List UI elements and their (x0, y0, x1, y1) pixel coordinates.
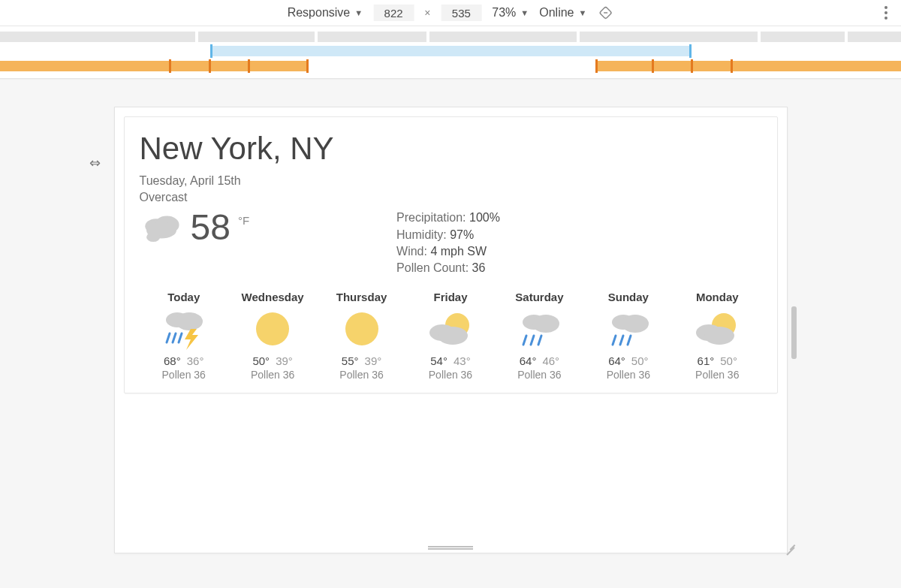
device-stage: ⇔ New York, NY Tuesday, April 15th Overc… (0, 79, 901, 588)
breakpoint-ruler[interactable] (0, 26, 901, 79)
day-temps: 55°39° (320, 354, 402, 367)
svg-marker-11 (185, 329, 198, 350)
viewport-height-input[interactable] (441, 5, 481, 21)
ruler-row-blue (0, 46, 901, 56)
hi-temp: 64° (520, 354, 537, 367)
network-value: Online (539, 6, 574, 20)
rotate-icon[interactable] (597, 5, 613, 21)
svg-line-24 (613, 336, 616, 345)
svg-line-19 (523, 336, 526, 345)
partly-icon (676, 308, 758, 350)
forecast-day[interactable]: Thursday 55°39°Pollen 36 (317, 291, 405, 381)
forecast-day[interactable]: Friday 54°43°Pollen 36 (406, 291, 495, 381)
svg-point-5 (146, 233, 160, 243)
lo-temp: 50° (720, 354, 737, 367)
emulated-viewport[interactable]: ⇔ New York, NY Tuesday, April 15th Overc… (114, 107, 788, 553)
svg-line-20 (531, 336, 534, 345)
cloud-icon (140, 210, 183, 249)
svg-line-21 (538, 336, 541, 345)
svg-point-23 (622, 315, 649, 333)
resize-handle-left-icon[interactable]: ⇔ (89, 155, 101, 171)
weather-stats: Precipitation: 100% Humidity: 97% Wind: … (396, 210, 500, 277)
hi-temp: 55° (342, 354, 359, 367)
svg-line-10 (179, 333, 182, 342)
lo-temp: 50° (631, 354, 649, 367)
svg-line-8 (167, 333, 170, 342)
svg-point-7 (176, 312, 203, 330)
storm-icon (143, 308, 225, 350)
day-temps: 64°50° (587, 354, 670, 367)
device-label: Responsive (288, 6, 351, 20)
current-conditions: 58 °F Precipitation: 100% Humidity: 97% … (140, 210, 762, 277)
day-pollen: Pollen 36 (409, 369, 492, 381)
devtools-toolbar: Responsive ▼ × 73% ▼ Online ▼ (0, 0, 901, 26)
day-name: Monday (676, 291, 758, 303)
day-pollen: Pollen 36 (498, 369, 580, 381)
hi-temp: 61° (698, 354, 715, 367)
partly-icon (409, 308, 492, 350)
hi-temp: 50° (252, 354, 270, 367)
wind-value: 4 mph SW (430, 245, 487, 258)
day-pollen: Pollen 36 (231, 369, 314, 381)
chevron-down-icon: ▼ (520, 8, 529, 17)
resize-handle-bottom-icon[interactable] (428, 546, 473, 550)
lo-temp: 43° (454, 354, 471, 367)
day-name: Friday (409, 291, 492, 303)
forecast-day[interactable]: Monday 61°50°Pollen 36 (673, 291, 761, 381)
device-dropdown[interactable]: Responsive ▼ (288, 6, 363, 20)
day-temps: 54°43° (409, 354, 492, 367)
humidity-value: 97% (450, 228, 474, 241)
day-temps: 68°36° (143, 354, 225, 367)
date-text: Tuesday, April 15th (140, 173, 762, 189)
current-temp: 58 (191, 210, 231, 246)
rain-icon (587, 308, 670, 350)
ruler-row-orange (0, 61, 901, 71)
wind-label: Wind: (396, 245, 427, 258)
day-pollen: Pollen 36 (587, 369, 670, 381)
sunny-icon (320, 308, 402, 350)
network-dropdown[interactable]: Online ▼ (539, 6, 586, 20)
lo-temp: 36° (187, 354, 204, 367)
day-name: Thursday (320, 291, 402, 303)
forecast-day[interactable]: Today 68°36°Pollen 36 (140, 291, 228, 381)
precip-label: Precipitation: (396, 211, 466, 224)
svg-point-12 (256, 312, 289, 345)
lo-temp: 39° (365, 354, 382, 367)
day-name: Today (143, 291, 225, 303)
day-temps: 61°50° (676, 354, 758, 367)
hi-temp: 54° (430, 354, 447, 367)
viewport-width-input[interactable] (373, 5, 414, 21)
forecast-day[interactable]: Saturday 64°46°Pollen 36 (495, 291, 583, 381)
hi-temp: 64° (608, 354, 625, 367)
rain-icon (498, 308, 580, 350)
day-pollen: Pollen 36 (320, 369, 402, 381)
forecast-day[interactable]: Sunday 64°50°Pollen 36 (584, 291, 673, 381)
forecast-day[interactable]: Wednesday 50°39°Pollen 36 (228, 291, 317, 381)
vertical-scrollbar[interactable] (791, 306, 796, 359)
sunny-icon (231, 308, 314, 350)
dimension-separator: × (424, 7, 430, 19)
ruler-row-gray (0, 32, 901, 42)
day-name: Wednesday (231, 291, 314, 303)
day-pollen: Pollen 36 (143, 369, 225, 381)
day-name: Saturday (498, 291, 580, 303)
svg-point-16 (438, 327, 468, 345)
svg-line-9 (173, 333, 176, 342)
zoom-value: 73% (492, 6, 516, 20)
day-temps: 50°39° (231, 354, 314, 367)
day-temps: 64°46° (498, 354, 580, 367)
resize-handle-corner-icon[interactable] (785, 544, 796, 554)
zoom-dropdown[interactable]: 73% ▼ (492, 6, 529, 20)
chevron-down-icon: ▼ (578, 8, 586, 17)
svg-line-26 (628, 336, 631, 345)
humidity-label: Humidity: (396, 228, 447, 241)
pollen-value: 36 (472, 261, 486, 274)
svg-point-13 (345, 312, 378, 345)
lo-temp: 39° (276, 354, 293, 367)
hi-temp: 68° (164, 354, 181, 367)
more-menu-icon[interactable] (877, 6, 895, 20)
forecast-row: Today 68°36°Pollen 36Wednesday 50°39°Pol… (140, 291, 762, 381)
svg-line-25 (620, 336, 623, 345)
svg-point-29 (704, 327, 734, 345)
chevron-down-icon: ▼ (354, 8, 363, 17)
